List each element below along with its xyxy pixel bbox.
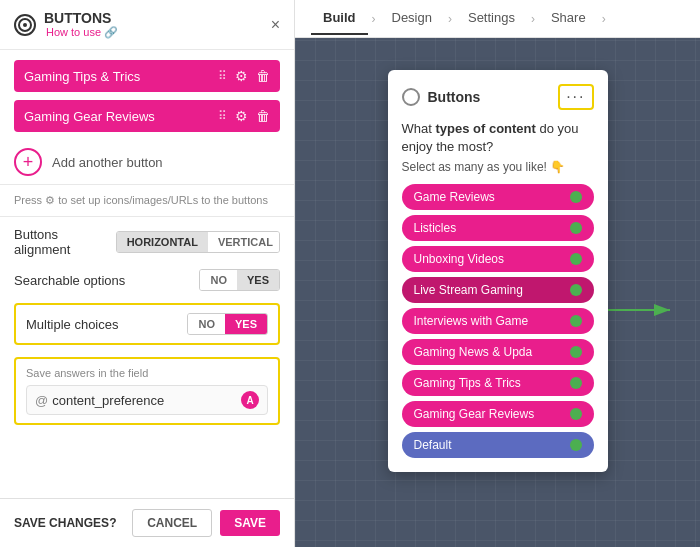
preview-btn-7[interactable]: Gaming Gear Reviews: [402, 401, 594, 427]
card-title-row: Buttons: [402, 88, 481, 106]
button-item-2-label: Gaming Gear Reviews: [24, 109, 155, 124]
nav-arrow-1: ›: [372, 12, 376, 26]
dot-4: [570, 315, 582, 327]
gear-icon-1[interactable]: ⚙: [235, 68, 248, 84]
left-panel: BUTTONS How to use 🔗 × Gaming Tips & Tri…: [0, 0, 295, 547]
preview-btn-default-label: Default: [414, 438, 452, 452]
preview-btn-3-label: Live Stream Gaming: [414, 283, 523, 297]
drag-icon-2: ⠿: [218, 109, 227, 123]
dot-2: [570, 253, 582, 265]
searchable-toggle[interactable]: NO YES: [199, 269, 280, 291]
button-item-1[interactable]: Gaming Tips & Trics ⠿ ⚙ 🗑: [14, 60, 280, 92]
dot-7: [570, 408, 582, 420]
alignment-vertical[interactable]: VERTICAL: [208, 232, 280, 252]
header-left: BUTTONS How to use 🔗: [44, 10, 263, 39]
searchable-no[interactable]: NO: [200, 270, 237, 290]
question-bold: types of content: [435, 121, 535, 136]
preview-btn-6-label: Gaming Tips & Trics: [414, 376, 521, 390]
panel-icon: [14, 14, 36, 36]
card-sub: Select as many as you like! 👇: [402, 160, 594, 174]
preview-btn-1[interactable]: Listicles: [402, 215, 594, 241]
field-badge: A: [241, 391, 259, 409]
preview-btn-1-label: Listicles: [414, 221, 457, 235]
add-button-row: + Add another button: [0, 140, 294, 185]
dot-5: [570, 346, 582, 358]
drag-icon-1: ⠿: [218, 69, 227, 83]
multiple-choices-yes[interactable]: YES: [225, 314, 267, 334]
save-in-field-box: Save answers in the field @ content_pref…: [14, 357, 280, 425]
multiple-choices-label: Multiple choices: [26, 317, 119, 332]
button-item-1-icons: ⠿ ⚙ 🗑: [218, 68, 270, 84]
card-icon: [402, 88, 420, 106]
gear-icon-2[interactable]: ⚙: [235, 108, 248, 124]
nav-arrow-3: ›: [531, 12, 535, 26]
preview-card: Buttons ··· What types of content do you…: [388, 70, 608, 472]
nav-bar: Build › Design › Settings › Share ›: [295, 0, 700, 38]
alignment-row: Buttons alignment HORIZONTAL VERTICAL: [14, 227, 280, 257]
tab-share[interactable]: Share: [539, 2, 598, 35]
preview-btn-7-label: Gaming Gear Reviews: [414, 407, 535, 421]
preview-btn-5-label: Gaming News & Upda: [414, 345, 533, 359]
preview-btn-3[interactable]: Live Stream Gaming: [402, 277, 594, 303]
close-button[interactable]: ×: [271, 16, 280, 34]
alignment-toggle[interactable]: HORIZONTAL VERTICAL: [116, 231, 280, 253]
preview-btn-default[interactable]: Default: [402, 432, 594, 458]
tab-settings[interactable]: Settings: [456, 2, 527, 35]
multiple-choices-no[interactable]: NO: [188, 314, 225, 334]
searchable-yes[interactable]: YES: [237, 270, 279, 290]
preview-btn-0-label: Game Reviews: [414, 190, 495, 204]
preview-btn-2[interactable]: Unboxing Videos: [402, 246, 594, 272]
card-question: What types of content do you enjoy the m…: [402, 120, 594, 156]
searchable-label: Searchable options: [14, 273, 125, 288]
preview-btn-5[interactable]: Gaming News & Upda: [402, 339, 594, 365]
preview-btn-6[interactable]: Gaming Tips & Trics: [402, 370, 594, 396]
trash-icon-1[interactable]: 🗑: [256, 68, 270, 84]
svg-point-1: [23, 23, 27, 27]
button-item-2[interactable]: Gaming Gear Reviews ⠿ ⚙ 🗑: [14, 100, 280, 132]
multiple-choices-row: Multiple choices NO YES: [26, 313, 268, 335]
nav-arrow-2: ›: [448, 12, 452, 26]
card-header: Buttons ···: [402, 84, 594, 110]
bottom-bar: SAVE CHANGES? CANCEL SAVE: [0, 498, 294, 547]
card-menu-button[interactable]: ···: [558, 84, 593, 110]
save-question: SAVE CHANGES?: [14, 516, 124, 530]
preview-btn-4[interactable]: Interviews with Game: [402, 308, 594, 334]
dot-3: [570, 284, 582, 296]
cancel-button[interactable]: CANCEL: [132, 509, 212, 537]
button-item-1-label: Gaming Tips & Trics: [24, 69, 140, 84]
multiple-choices-toggle[interactable]: NO YES: [187, 313, 268, 335]
question-prefix: What: [402, 121, 436, 136]
save-in-field-label: Save answers in the field: [26, 367, 268, 379]
save-button[interactable]: SAVE: [220, 510, 280, 536]
searchable-row: Searchable options NO YES: [14, 269, 280, 291]
dot-0: [570, 191, 582, 203]
field-value: content_preference: [52, 393, 241, 408]
alignment-label: Buttons alignment: [14, 227, 116, 257]
trash-icon-2[interactable]: 🗑: [256, 108, 270, 124]
add-button[interactable]: +: [14, 148, 42, 176]
field-input-row[interactable]: @ content_preference A: [26, 385, 268, 415]
add-button-label: Add another button: [52, 155, 163, 170]
card-title: Buttons: [428, 89, 481, 105]
alignment-horizontal[interactable]: HORIZONTAL: [117, 232, 208, 252]
tab-design[interactable]: Design: [380, 2, 444, 35]
dot-1: [570, 222, 582, 234]
at-symbol: @: [35, 393, 48, 408]
tab-build[interactable]: Build: [311, 2, 368, 35]
dot-default: [570, 439, 582, 451]
preview-btn-list: Game Reviews Listicles Unboxing Videos L…: [402, 184, 594, 458]
press-note: Press ⚙ to set up icons/images/URLs to t…: [0, 185, 294, 217]
right-panel: Build › Design › Settings › Share › Butt…: [295, 0, 700, 547]
multiple-choices-box: Multiple choices NO YES: [14, 303, 280, 345]
dot-6: [570, 377, 582, 389]
nav-arrow-4: ›: [602, 12, 606, 26]
buttons-list: Gaming Tips & Trics ⠿ ⚙ 🗑 Gaming Gear Re…: [0, 50, 294, 140]
preview-btn-0[interactable]: Game Reviews: [402, 184, 594, 210]
panel-title: BUTTONS: [44, 10, 263, 26]
settings-section: Buttons alignment HORIZONTAL VERTICAL Se…: [0, 217, 294, 498]
preview-btn-2-label: Unboxing Videos: [414, 252, 505, 266]
button-item-2-icons: ⠿ ⚙ 🗑: [218, 108, 270, 124]
panel-header: BUTTONS How to use 🔗 ×: [0, 0, 294, 50]
how-to-use-link[interactable]: How to use 🔗: [46, 26, 263, 39]
preview-btn-4-label: Interviews with Game: [414, 314, 529, 328]
